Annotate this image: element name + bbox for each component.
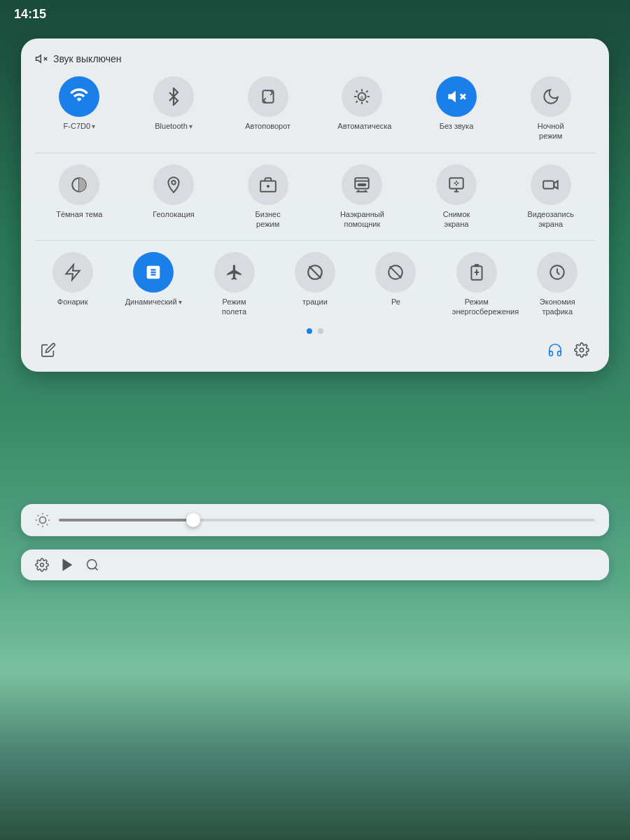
- assistant-label: Наэкранный помощник: [337, 209, 386, 230]
- toggle-flashlight[interactable]: Фонарик: [35, 252, 110, 317]
- geolocation-label: Геолокация: [153, 209, 194, 219]
- svg-point-49: [41, 564, 44, 567]
- toggle-autorotate[interactable]: Автоповорот: [223, 76, 312, 141]
- row3-toggles: Фонарик Динамический ▾: [35, 252, 595, 317]
- re-label: Ре: [391, 297, 400, 307]
- status-time: 14:15: [14, 7, 46, 22]
- toggle-concentration[interactable]: трации: [277, 252, 352, 317]
- dot-1[interactable]: [307, 328, 312, 334]
- powersave-circle[interactable]: [456, 252, 497, 293]
- brightness-icon: [35, 512, 50, 528]
- dynamic-label: Динамический ▾: [129, 297, 178, 307]
- edit-icon[interactable]: [41, 342, 56, 358]
- concentration-circle[interactable]: [295, 252, 335, 293]
- toggle-assistant[interactable]: Наэкранный помощник: [318, 164, 407, 230]
- svg-marker-26: [66, 265, 80, 280]
- status-bar: 14:15: [0, 0, 630, 28]
- toggle-darktheme[interactable]: Тёмная тема: [35, 164, 124, 230]
- darktheme-label: Тёмная тема: [56, 209, 102, 219]
- bottom-search-icon[interactable]: [85, 558, 99, 572]
- screenshot-circle[interactable]: [436, 164, 477, 205]
- svg-line-10: [356, 101, 358, 102]
- screenrecord-circle[interactable]: [531, 164, 571, 205]
- svg-point-16: [172, 181, 175, 184]
- sound-off-icon: [35, 52, 48, 65]
- bottom-quick-bar: [21, 550, 609, 580]
- svg-point-51: [88, 560, 97, 569]
- toggle-dynamic[interactable]: Динамический ▾: [115, 252, 190, 317]
- toggle-screenshot[interactable]: Снимок экрана: [412, 164, 501, 230]
- toggle-bluetooth[interactable]: Bluetooth ▾: [130, 76, 218, 141]
- airplane-label: Режим полета: [210, 297, 259, 317]
- svg-line-44: [47, 524, 48, 525]
- svg-line-11: [367, 91, 368, 92]
- svg-line-47: [38, 524, 38, 525]
- row2-toggles: Тёмная тема Геолокация Биз: [35, 164, 595, 230]
- airplane-circle[interactable]: [214, 252, 255, 293]
- svg-rect-25: [543, 181, 554, 188]
- toggle-geolocation[interactable]: Геолокация: [130, 164, 218, 230]
- bluetooth-label: Bluetooth ▾: [155, 121, 192, 131]
- toggle-mute[interactable]: Без звука: [412, 76, 501, 141]
- mute-circle[interactable]: [436, 76, 477, 117]
- toggle-wifi[interactable]: F-C7D0 ▾: [35, 76, 124, 141]
- bottom-settings-icon[interactable]: [35, 558, 49, 572]
- svg-line-34: [390, 267, 402, 279]
- toggle-screenrecord[interactable]: Видеозапись экрана: [506, 164, 595, 230]
- svg-line-9: [367, 101, 368, 102]
- toggle-business[interactable]: Бизнес режим: [223, 164, 312, 230]
- brightness-thumb[interactable]: [186, 513, 200, 527]
- bottom-play-icon[interactable]: [60, 558, 74, 572]
- page-dots: [35, 328, 595, 334]
- screenrecord-label: Видеозапись экрана: [526, 209, 575, 230]
- autorotate-circle[interactable]: [248, 76, 288, 117]
- sound-off-label: Звук выключен: [53, 53, 122, 64]
- screenshot-label: Снимок экрана: [432, 209, 481, 230]
- separator-1: [35, 153, 595, 153]
- business-circle[interactable]: [248, 164, 288, 205]
- quick-settings-panel: Звук выключен F-C7D0 ▾: [21, 38, 609, 372]
- toggle-auto-brightness[interactable]: A Автоматическа: [318, 76, 407, 141]
- toggle-airplane[interactable]: Режим полета: [197, 252, 272, 317]
- sound-off-bar: Звук выключен: [35, 52, 595, 65]
- row1-toggles: F-C7D0 ▾ Bluetooth ▾: [35, 76, 595, 141]
- auto-brightness-circle[interactable]: A: [342, 76, 382, 117]
- toggle-datasave[interactable]: Экономия трафика: [520, 252, 595, 317]
- svg-line-8: [356, 91, 358, 92]
- dynamic-circle[interactable]: [133, 252, 174, 293]
- darktheme-circle[interactable]: [59, 164, 99, 205]
- svg-marker-50: [63, 560, 71, 570]
- toggle-powersave[interactable]: Режим энергосбережения: [439, 252, 514, 317]
- nightmode-circle[interactable]: [531, 76, 571, 117]
- svg-rect-20: [356, 178, 370, 188]
- nightmode-label: Ночной режим: [526, 121, 575, 141]
- powersave-label: Режим энергосбережения: [452, 297, 501, 317]
- concentration-label: трации: [302, 297, 328, 307]
- svg-text:A: A: [360, 95, 364, 100]
- svg-line-48: [47, 515, 48, 516]
- wifi-label: F-C7D0 ▾: [64, 121, 96, 131]
- toggle-re[interactable]: Ре: [358, 252, 433, 317]
- svg-rect-22: [449, 178, 463, 188]
- assistant-circle[interactable]: [342, 164, 382, 205]
- datasave-circle[interactable]: [537, 252, 578, 293]
- flashlight-label: Фонарик: [57, 297, 88, 307]
- toggle-nightmode[interactable]: Ночной режим: [506, 76, 595, 141]
- bluetooth-circle[interactable]: [153, 76, 194, 117]
- geolocation-circle[interactable]: [153, 164, 194, 205]
- wifi-circle[interactable]: [59, 76, 99, 117]
- svg-point-40: [39, 517, 46, 523]
- brightness-track[interactable]: [59, 519, 595, 522]
- re-circle[interactable]: [375, 252, 416, 293]
- brightness-slider-container: [21, 504, 609, 536]
- flashlight-circle[interactable]: [52, 252, 93, 293]
- settings-icon[interactable]: [574, 342, 589, 358]
- svg-line-43: [38, 515, 38, 516]
- panel-bottom-left: [41, 342, 56, 358]
- brightness-fill: [59, 519, 193, 522]
- headphones-icon[interactable]: [547, 342, 563, 358]
- datasave-label: Экономия трафика: [533, 297, 582, 317]
- auto-brightness-label: Автоматическа: [337, 121, 386, 131]
- dot-2[interactable]: [318, 328, 323, 334]
- business-label: Бизнес режим: [244, 209, 293, 230]
